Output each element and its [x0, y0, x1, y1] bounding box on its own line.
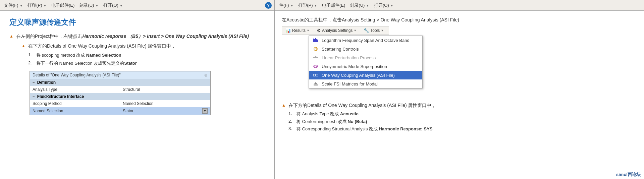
sub-indent-block: ▲ 在下方的Details of One Way Coupling Analys… — [9, 43, 265, 115]
bold-italic-text: Harmonic response （B5）> Insert > One Way… — [82, 34, 249, 39]
results-icon: 📊 — [285, 28, 291, 33]
svg-rect-1 — [314, 39, 315, 42]
table-row-named-selection[interactable]: Named Selection Stator ▼ — [30, 107, 210, 115]
svg-rect-3 — [316, 39, 317, 42]
analysis-settings-toolbar-btn[interactable]: ⚙ Analysis Settings ▼ — [315, 27, 359, 34]
tools-icon: 🔧 — [364, 28, 369, 33]
svg-point-11 — [315, 66, 317, 67]
analysis-settings-dropdown: Logarithm Frequency Span And Octave Band… — [309, 36, 423, 88]
sub-bullet-item: ▲ 在下方的Details of One Way Coupling Analys… — [21, 43, 265, 50]
bullet-item-1: ▲ 在左侧的Project栏中，右键点击Harmonic response （B… — [9, 33, 265, 40]
help-icon[interactable]: ? — [265, 2, 272, 9]
right-print-menu-btn[interactable]: 打印(P) ▼ — [297, 2, 319, 9]
menu-item-scale-fsi[interactable]: Scale FSI Matrices for Modal — [309, 79, 422, 88]
separator-1 — [313, 27, 313, 34]
details-table-container: Details of "One Way Coupling Analysis (A… — [30, 71, 211, 115]
log-freq-icon — [312, 38, 319, 43]
details-table: − Definition Analysis Type Structural − … — [30, 79, 210, 115]
right-toolbar: 件(F) ▼ 打印(P) ▼ 电子邮件(E) 刻录(U) ▼ 打开(O) ▼ — [275, 0, 644, 11]
file-menu-btn[interactable]: 文件(F) ▼ — [3, 2, 24, 9]
menu-item-scattering[interactable]: Scattering Controls — [309, 45, 422, 53]
unsymmetric-icon — [312, 64, 319, 69]
expand-icon: − — [33, 80, 35, 84]
right-file-menu-btn[interactable]: 件(F) ▼ — [278, 2, 295, 9]
svg-rect-13 — [316, 74, 318, 76]
section-header-definition: − Definition — [30, 79, 210, 86]
right-bullets-section: ▲ 在下方的Details of One Way Coupling Analys… — [282, 102, 637, 132]
results-toolbar-btn[interactable]: 📊 Results ▼ — [283, 27, 312, 34]
email-menu-btn[interactable]: 电子邮件(E) — [50, 2, 76, 9]
svg-rect-0 — [313, 39, 314, 42]
ansys-toolbar-wrapper: 📊 Results ▼ ⚙ Analysis Settings ▼ 🔧 Tool… — [282, 26, 637, 35]
expand-icon-2: − — [33, 95, 35, 99]
main-bullet-list: ▲ 在左侧的Project栏中，右键点击Harmonic response （B… — [9, 33, 265, 40]
right-bullet-item-2: ▲ 在下方的Details of One Way Coupling Analys… — [282, 102, 637, 109]
tools-toolbar-btn[interactable]: 🔧 Tools ▼ — [362, 27, 386, 34]
svg-rect-15 — [314, 84, 318, 85]
right-email-menu-btn[interactable]: 电子邮件(E) — [321, 2, 346, 9]
svg-rect-12 — [313, 74, 315, 76]
right-sub-item-1: 1. 将 Analysis Type 改成 Acoustic — [288, 111, 637, 117]
simol-watermark: simol西论坛 — [616, 172, 641, 178]
right-burn-menu-btn[interactable]: 刻录(U) ▼ — [348, 2, 371, 9]
svg-marker-9 — [314, 56, 317, 57]
sub-item-1-text: 将 scooping method 改成 Named Selection — [36, 52, 121, 58]
left-panel: 文件(F) ▼ 打印(P) ▼ 电子邮件(E) 刻录(U) ▼ 打开(O) ▼ … — [0, 0, 275, 179]
sub-item-1: 1. 将 scooping method 改成 Named Selection — [28, 52, 265, 58]
sub-item-2-text: 将下一行的 Named Selection 改成预先定义的Stator — [36, 60, 137, 66]
right-open-menu-btn[interactable]: 打开(O) ▼ — [373, 2, 395, 9]
right-panel: 件(F) ▼ 打印(P) ▼ 电子邮件(E) 刻录(U) ▼ 打开(O) ▼ 在… — [275, 0, 644, 179]
menu-item-log-freq[interactable]: Logarithm Frequency Span And Octave Band — [309, 36, 422, 45]
details-title-bar: Details of "One Way Coupling Analysis (A… — [30, 71, 210, 79]
right-sub-ordered-list: 1. 将 Analysis Type 改成 Acoustic 2. 将 Conf… — [282, 111, 637, 132]
svg-rect-2 — [315, 38, 316, 42]
svg-marker-16 — [314, 82, 317, 84]
left-toolbar: 文件(F) ▼ 打印(P) ▼ 电子邮件(E) 刻录(U) ▼ 打开(O) ▼ … — [0, 0, 274, 11]
bullet-text-1: 在左侧的Project栏中，右键点击Harmonic response （B5）… — [16, 33, 249, 40]
sub-bullet-text: 在下方的Details of One Way Coupling Analysis… — [28, 43, 176, 50]
burn-menu-btn[interactable]: 刻录(U) ▼ — [78, 2, 100, 9]
dropdown-cell[interactable]: Stator ▼ — [123, 108, 208, 114]
right-sub-item-3: 3. 将 Corresponding Structural Analysis 改… — [288, 126, 637, 132]
menu-item-one-way-coupling[interactable]: One Way Coupling Analysis (ASI File) — [309, 71, 422, 79]
main-title: 定义噪声源传递文件 — [9, 17, 265, 27]
right-warning-icon: ▲ — [282, 103, 286, 108]
print-menu-btn[interactable]: 打印(P) ▼ — [26, 2, 48, 9]
table-row-analysis-type: Analysis Type Structural — [30, 86, 210, 93]
scattering-icon — [312, 46, 319, 52]
left-content: 定义噪声源传递文件 ▲ 在左侧的Project栏中，右键点击Harmonic r… — [0, 11, 274, 122]
svg-rect-8 — [313, 57, 318, 58]
right-content: 在Acoustic的工具栏中，点击Analysis Setting > One … — [275, 11, 644, 139]
sub-ordered-list: 1. 将 scooping method 改成 Named Selection … — [21, 52, 265, 66]
table-row-scoping-method: Scoping Method Named Selection — [30, 100, 210, 107]
separator-2 — [360, 27, 360, 34]
warning-icon: ▲ — [9, 34, 13, 39]
section-header-fsi: − Fluid-Structure Interface — [30, 93, 210, 100]
pin-icon: ⊕ — [204, 73, 208, 77]
open-menu-btn[interactable]: 打开(O) ▼ — [102, 2, 124, 9]
details-title: Details of "One Way Coupling Analysis (A… — [33, 73, 121, 77]
right-sub-item-2: 2. 将 Conforming mesh 改成 No (Beta) — [288, 119, 637, 125]
dropdown-arrow[interactable]: ▼ — [202, 108, 208, 114]
ansys-toolbar-bar: 📊 Results ▼ ⚙ Analysis Settings ▼ 🔧 Tool… — [282, 26, 389, 35]
menu-item-unsymmetric[interactable]: Unsymmetric Mode Superposition — [309, 62, 422, 71]
right-bullet-text-2: 在下方的Details of One Way Coupling Analysis… — [288, 102, 436, 109]
right-intro-text: 在Acoustic的工具栏中，点击Analysis Setting > One … — [282, 16, 637, 23]
sub-warning-icon: ▲ — [21, 44, 25, 48]
svg-rect-4 — [317, 40, 318, 42]
svg-point-10 — [314, 65, 318, 68]
analysis-settings-icon: ⚙ — [317, 28, 321, 33]
menu-item-linear-perturbation: Linear Perturbation Process — [309, 53, 422, 62]
scale-fsi-icon — [312, 81, 319, 86]
sub-item-2: 2. 将下一行的 Named Selection 改成预先定义的Stator — [28, 60, 265, 66]
one-way-coupling-icon — [312, 72, 319, 78]
linear-perturbation-icon — [312, 55, 319, 60]
